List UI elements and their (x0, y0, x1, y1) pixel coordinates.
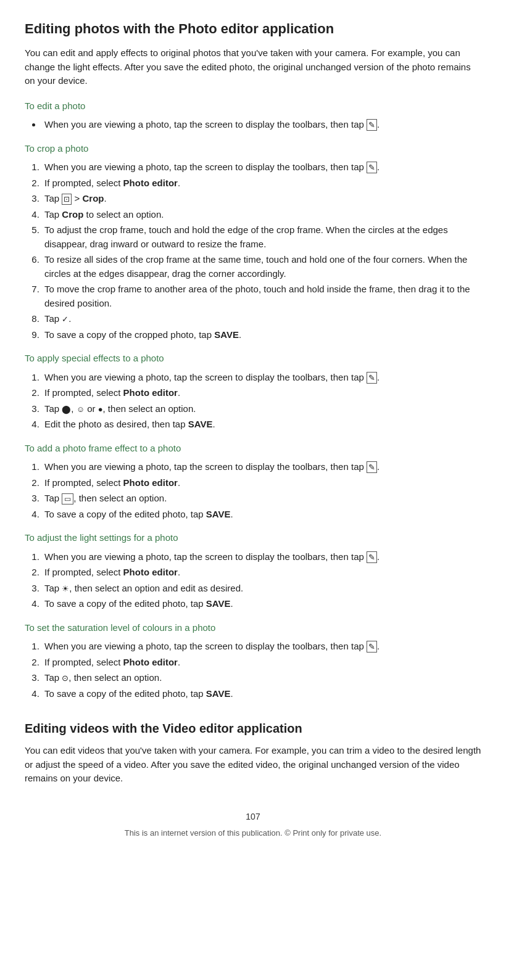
list-item: When you are viewing a photo, tap the sc… (42, 640, 481, 654)
section-edit-title: To edit a photo (25, 99, 481, 113)
section-crop-title: To crop a photo (25, 142, 481, 156)
list-item: To save a copy of the edited photo, tap … (42, 508, 481, 522)
list-item: When you are viewing a photo, tap the sc… (42, 118, 481, 132)
list-item: If prompted, select Photo editor. (42, 176, 481, 191)
list-item: When you are viewing a photo, tap the sc… (42, 550, 481, 564)
video-section-title: Editing videos with the Video editor app… (25, 719, 481, 738)
list-item: When you are viewing a photo, tap the sc… (42, 460, 481, 474)
section-effects-title: To apply special effects to a photo (25, 352, 481, 366)
list-item: To adjust the crop frame, touch and hold… (42, 223, 481, 251)
list-item: Tap ⊙, then select an option. (42, 671, 481, 685)
footer-text: This is an internet version of this publ… (25, 827, 481, 839)
section-saturation-title: To set the saturation level of colours i… (25, 621, 481, 635)
list-item: Tap ✓. (42, 312, 481, 326)
main-title: Editing photos with the Photo editor app… (25, 19, 481, 39)
list-item: If prompted, select Photo editor. (42, 566, 481, 580)
list-item: If prompted, select Photo editor. (42, 386, 481, 400)
list-item: Tap Crop to select an option. (42, 208, 481, 222)
list-item: When you are viewing a photo, tap the sc… (42, 160, 481, 175)
section-frame-list: When you are viewing a photo, tap the sc… (42, 460, 481, 521)
section-light-list: When you are viewing a photo, tap the sc… (42, 550, 481, 611)
list-item: Tap ⬤, ☺ or ●, then select an option. (42, 402, 481, 416)
section-edit-list: When you are viewing a photo, tap the sc… (42, 118, 481, 132)
list-item: If prompted, select Photo editor. (42, 476, 481, 490)
list-item: To move the crop frame to another area o… (42, 282, 481, 310)
list-item: Tap ⊡ > Crop. (42, 192, 481, 206)
page-footer: 107 This is an internet version of this … (25, 810, 481, 839)
section-light-title: To adjust the light settings for a photo (25, 531, 481, 545)
list-item: Tap ▭, then select an option. (42, 492, 481, 506)
list-item: To save a copy of the edited photo, tap … (42, 597, 481, 611)
list-item: To save a copy of the edited photo, tap … (42, 687, 481, 701)
section-saturation-list: When you are viewing a photo, tap the sc… (42, 640, 481, 701)
video-intro-paragraph: You can edit videos that you've taken wi… (25, 744, 481, 786)
list-item: To resize all sides of the crop frame at… (42, 253, 481, 281)
section-frame-title: To add a photo frame effect to a photo (25, 442, 481, 456)
list-item: Tap ☀, then select an option and edit as… (42, 582, 481, 596)
page-number: 107 (25, 810, 481, 823)
list-item: When you are viewing a photo, tap the sc… (42, 371, 481, 385)
section-effects-list: When you are viewing a photo, tap the sc… (42, 371, 481, 432)
intro-paragraph: You can edit and apply effects to origin… (25, 46, 481, 88)
list-item: If prompted, select Photo editor. (42, 656, 481, 670)
list-item: Edit the photo as desired, then tap SAVE… (42, 418, 481, 432)
section-crop-list: When you are viewing a photo, tap the sc… (42, 160, 481, 342)
list-item: To save a copy of the cropped photo, tap… (42, 328, 481, 342)
